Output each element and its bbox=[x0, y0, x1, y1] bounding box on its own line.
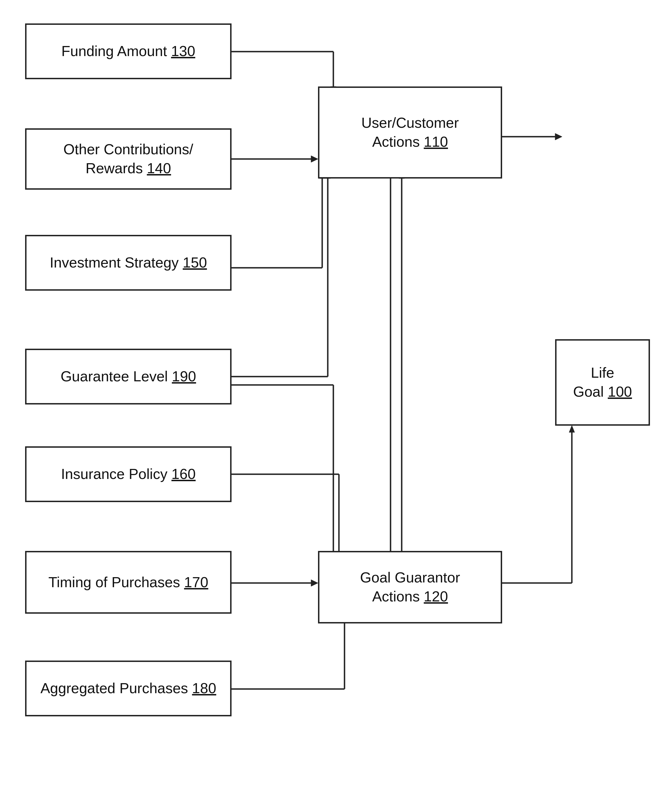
aggregated-purchases-number: 180 bbox=[192, 680, 216, 696]
guarantee-level-box: Guarantee Level 190 bbox=[25, 349, 232, 405]
other-contributions-box: Other Contributions/Rewards 140 bbox=[25, 128, 232, 190]
funding-amount-number: 130 bbox=[171, 43, 195, 59]
timing-purchases-number: 170 bbox=[184, 574, 208, 590]
life-goal-number: 100 bbox=[608, 384, 632, 400]
svg-marker-18 bbox=[311, 580, 318, 586]
goal-guarantor-actions-number: 120 bbox=[424, 588, 448, 604]
life-goal-box: Life Goal 100 bbox=[555, 339, 650, 426]
svg-marker-4 bbox=[311, 156, 318, 162]
investment-strategy-label: Investment Strategy 150 bbox=[50, 253, 207, 272]
aggregated-purchases-box: Aggregated Purchases 180 bbox=[25, 661, 232, 716]
user-customer-actions-box: User/Customer Actions 110 bbox=[318, 86, 502, 179]
funding-amount-label: Funding Amount 130 bbox=[61, 42, 195, 61]
guarantee-level-number: 190 bbox=[172, 368, 196, 384]
life-goal-label: Life Goal 100 bbox=[565, 364, 640, 401]
insurance-policy-box: Insurance Policy 160 bbox=[25, 446, 232, 502]
diagram-container: Funding Amount 130 Other Contributions/R… bbox=[0, 0, 672, 807]
timing-purchases-label: Timing of Purchases 170 bbox=[48, 573, 208, 592]
other-contributions-number: 140 bbox=[147, 160, 171, 176]
guarantee-level-label: Guarantee Level 190 bbox=[61, 367, 196, 386]
user-customer-actions-number: 110 bbox=[424, 134, 448, 150]
goal-guarantor-actions-box: Goal Guarantor Actions 120 bbox=[318, 551, 502, 623]
aggregated-purchases-label: Aggregated Purchases 180 bbox=[40, 679, 216, 698]
insurance-policy-label: Insurance Policy 160 bbox=[61, 465, 196, 484]
user-customer-actions-label: User/Customer Actions 110 bbox=[328, 113, 492, 151]
investment-strategy-number: 150 bbox=[183, 254, 207, 271]
svg-marker-27 bbox=[555, 133, 562, 140]
investment-strategy-box: Investment Strategy 150 bbox=[25, 235, 232, 291]
insurance-policy-number: 160 bbox=[172, 466, 196, 482]
timing-purchases-box: Timing of Purchases 170 bbox=[25, 551, 232, 614]
other-contributions-label: Other Contributions/Rewards 140 bbox=[63, 140, 193, 178]
goal-guarantor-actions-label: Goal Guarantor Actions 120 bbox=[328, 568, 492, 606]
funding-amount-box: Funding Amount 130 bbox=[25, 23, 232, 79]
svg-marker-30 bbox=[569, 425, 575, 432]
